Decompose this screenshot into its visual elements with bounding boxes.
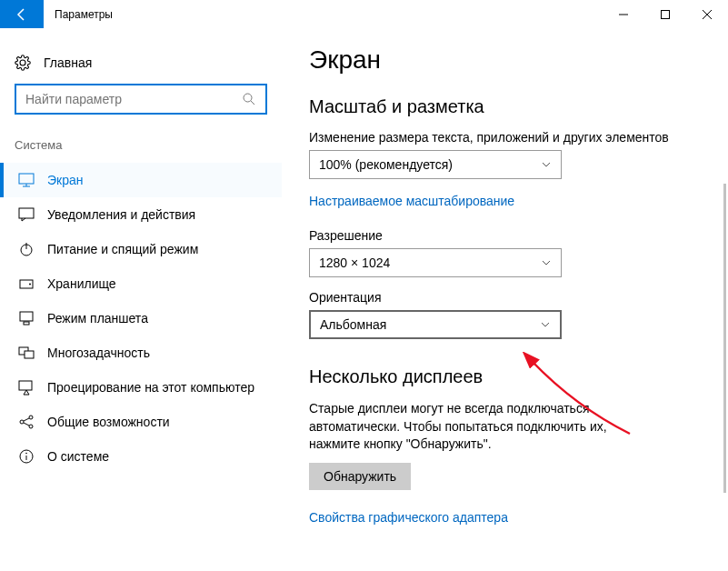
search-field[interactable] [25, 92, 242, 106]
power-icon [18, 241, 35, 257]
main-panel: Экран Масштаб и разметка Изменение разме… [282, 29, 728, 571]
home-button[interactable]: Главная [0, 45, 282, 84]
scale-select[interactable]: 100% (рекомендуется) [309, 150, 562, 179]
sidebar-item-label: Питание и спящий режим [47, 242, 198, 256]
sidebar-item-label: Общие возможности [47, 415, 170, 429]
titlebar: Параметры [0, 0, 728, 29]
resolution-label: Разрешение [309, 228, 701, 243]
svg-point-4 [244, 94, 252, 102]
tablet-icon [18, 310, 35, 326]
svg-point-26 [25, 453, 27, 455]
svg-rect-17 [25, 351, 34, 358]
page-title: Экран [309, 45, 701, 75]
monitor-icon [18, 172, 35, 188]
detect-button[interactable]: Обнаружить [309, 463, 411, 490]
sidebar-item-label: Экран [47, 173, 84, 187]
resolution-select[interactable]: 1280 × 1024 [309, 248, 562, 277]
sidebar-item-tablet[interactable]: Режим планшета [0, 301, 282, 336]
window-title: Параметры [44, 0, 603, 28]
scale-value: 100% (рекомендуется) [319, 157, 541, 172]
back-button[interactable] [0, 0, 44, 28]
svg-point-13 [29, 284, 31, 286]
svg-point-21 [29, 425, 33, 428]
svg-line-23 [24, 423, 29, 426]
svg-rect-9 [19, 208, 34, 218]
orientation-label: Ориентация [309, 290, 701, 305]
arrow-left-icon [15, 7, 29, 22]
storage-icon [18, 275, 35, 292]
gpu-properties-link[interactable]: Свойства графического адаптера [309, 510, 508, 525]
resolution-value: 1280 × 1024 [319, 255, 541, 270]
sidebar-item-notifications[interactable]: Уведомления и действия [0, 197, 282, 232]
multi-desc: Старые дисплеи могут не всегда подключат… [309, 400, 654, 454]
sidebar-item-label: Многозадачность [47, 346, 150, 360]
chevron-down-icon [541, 159, 552, 170]
section-multi: Несколько дисплеев [309, 366, 701, 387]
svg-rect-18 [19, 381, 32, 390]
close-button[interactable] [686, 0, 728, 28]
svg-point-19 [20, 420, 24, 424]
svg-rect-6 [19, 174, 34, 184]
home-label: Главная [44, 55, 92, 70]
sidebar-item-label: Проецирование на этот компьютер [47, 380, 254, 395]
sidebar-item-storage[interactable]: Хранилище [0, 266, 282, 301]
sidebar-item-about[interactable]: О системе [0, 439, 282, 474]
sidebar-item-shared[interactable]: Общие возможности [0, 405, 282, 439]
svg-rect-15 [24, 322, 29, 325]
gear-icon [15, 55, 31, 71]
share-icon [18, 414, 35, 430]
sidebar-item-power[interactable]: Питание и спящий режим [0, 232, 282, 266]
maximize-icon [661, 10, 670, 19]
maximize-button[interactable] [644, 0, 686, 28]
orientation-value: Альбомная [320, 317, 540, 332]
sidebar-item-label: Хранилище [47, 276, 116, 291]
chevron-down-icon [540, 319, 551, 330]
sidebar-item-display[interactable]: Экран [0, 163, 282, 197]
svg-rect-14 [20, 312, 33, 321]
chevron-down-icon [541, 257, 552, 268]
minimize-button[interactable] [603, 0, 644, 28]
sidebar: Главная Система Экран Уведомления и дейс… [0, 29, 282, 571]
sidebar-item-multitask[interactable]: Многозадачность [0, 336, 282, 370]
section-scale: Масштаб и разметка [309, 96, 701, 117]
category-label: Система [0, 133, 282, 163]
scale-label: Изменение размера текста, приложений и д… [309, 130, 701, 145]
custom-scale-link[interactable]: Настраиваемое масштабирование [309, 194, 514, 208]
svg-line-22 [24, 418, 29, 421]
sidebar-item-label: Режим планшета [47, 311, 148, 326]
svg-point-20 [29, 416, 33, 419]
close-icon [703, 10, 712, 19]
info-icon [18, 448, 35, 465]
chat-icon [18, 206, 35, 223]
multitask-icon [18, 345, 35, 361]
search-input[interactable] [15, 84, 267, 115]
minimize-icon [619, 10, 628, 19]
scrollbar[interactable] [723, 184, 726, 493]
sidebar-item-label: Уведомления и действия [47, 207, 195, 222]
sidebar-item-projecting[interactable]: Проецирование на этот компьютер [0, 370, 282, 405]
search-icon [242, 92, 256, 106]
svg-rect-1 [662, 10, 670, 18]
svg-line-5 [251, 101, 254, 105]
sidebar-item-label: О системе [47, 449, 109, 464]
project-icon [18, 379, 35, 396]
orientation-select[interactable]: Альбомная [309, 310, 562, 339]
